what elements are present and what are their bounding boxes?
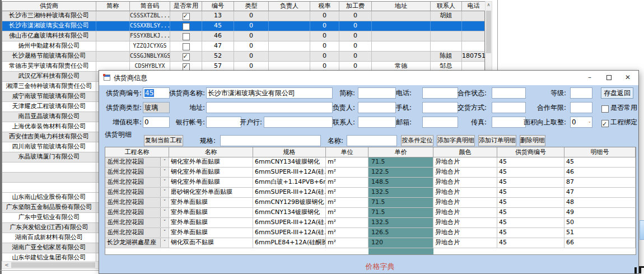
scroll-left-icon[interactable]: < [3,262,11,268]
project-combobox[interactable]: 岳州北控花园˅ [105,188,169,198]
column-header[interactable]: 简称 [96,2,130,11]
grid-cell[interactable]: 45 [497,178,564,188]
column-header[interactable]: 加工费 [339,2,372,11]
chevron-down-icon[interactable]: ˅ [160,198,169,207]
grid-cell[interactable]: m² [326,208,368,218]
grid-column-header[interactable]: 单价 [368,147,433,157]
grid-cell[interactable]: 异地合片 [433,208,497,218]
grid-cell[interactable]: 异地合片 [433,228,497,238]
grid-cell[interactable]: 异地合片 [433,238,497,248]
grid-cell[interactable]: 66 [564,238,636,248]
grid-cell[interactable]: 45 [564,157,636,168]
grid-cell[interactable]: 50 [564,218,636,228]
grid-cell[interactable]: 6mm白玻+1.14PVB+6mm... [253,178,326,188]
project-combobox[interactable]: 岳州北控花园˅ [105,178,169,188]
delivery-input[interactable] [492,102,526,113]
scrollbar-thumb[interactable] [486,11,491,53]
grid-cell[interactable]: 45 [497,238,564,248]
scrollbar-thumb[interactable] [11,262,95,268]
grid-cell[interactable]: m² [326,228,368,238]
minimize-button[interactable]: – [580,71,599,85]
checkbox-checked-icon[interactable] [183,53,190,61]
grid-cell[interactable]: 室外单面贴膜 [169,218,253,228]
project-bind-checkbox[interactable]: 工程绑定 [601,117,637,128]
grid-cell[interactable]: m² [326,238,368,248]
coop-status-input[interactable] [492,87,526,99]
grid-cell[interactable]: 6mmSUPER-III+12A(硅... [253,218,326,228]
grid-row[interactable]: 岳州北控花园˅室外单面贴膜6mmSUPER-III+12A(硅...m²132.… [105,218,636,228]
grid-cell[interactable]: 6mmSUPER-III+12A(硅... [253,228,326,238]
grid-cell[interactable]: 钢化室外单面贴膜 [169,178,253,188]
grid-cell[interactable]: 49 [564,208,636,218]
column-header[interactable]: 简音码 [130,2,170,11]
grid-column-header[interactable]: 名称 [169,147,253,157]
grid-cell[interactable]: 45 [497,198,564,208]
project-combobox[interactable]: 岳州北控花园˅ [105,198,169,208]
grid-cell[interactable]: 126.5 [368,228,433,238]
checkbox-icon[interactable] [183,33,190,40]
is-common-checkbox[interactable]: 是否常用 [601,102,637,113]
checkbox-checked-icon[interactable] [183,13,190,20]
chevron-down-icon[interactable]: ˅ [160,168,169,177]
grid-cell[interactable]: 45 [497,188,564,198]
checkbox-checked-icon[interactable] [601,120,609,127]
grid-cell[interactable]: 45 [497,228,564,238]
locate-by-condition-button[interactable]: 按条件定位 [401,135,433,146]
grid-cell[interactable]: 132.5 [368,188,433,198]
project-combobox[interactable]: 岳州北控花园˅ [105,228,169,238]
table-row[interactable]: 长沙市三湘特种玻璃有限公司CSSSXTZBL...13000胡姐 [2,11,484,21]
grid-cell[interactable]: 87 [564,178,636,188]
grid-cell[interactable]: m² [326,198,368,208]
grid-cell[interactable]: 钢化室外单面贴膜 [169,157,253,168]
chevron-down-icon[interactable]: ˅ [589,119,591,128]
grid-cell[interactable]: 钢化双面不贴膜 [169,238,253,248]
grid-cell[interactable]: 46 [564,168,636,178]
grid-cell[interactable]: m² [326,218,368,228]
grid-row[interactable]: 长沙龙湖祺鑫星座˅钢化双面不贴膜6mmPLE84+12A(硅酮胶...m²120… [105,238,636,248]
close-button[interactable]: ✕ [618,71,637,85]
checkbox-icon[interactable] [183,23,190,30]
grid-cell[interactable]: 148.5 [368,178,433,188]
dialog-titlebar[interactable]: 供货商信息 – ✕ [99,71,638,85]
grid-cell[interactable]: 异地合片 [433,178,497,188]
chevron-down-icon[interactable]: ˅ [160,157,169,166]
chevron-down-icon[interactable]: ˅ [160,218,169,227]
grid-column-header[interactable]: 明细号 [564,147,636,157]
grid-cell[interactable]: 6mmCNY134镀膜钢化 [253,157,326,168]
address-input[interactable] [206,102,333,113]
grid-cell[interactable]: 室外单面贴膜 [169,198,253,208]
grid-cell[interactable]: 室外单面贴膜 [169,228,253,238]
grid-cell[interactable]: 磨砂钢化室外单面贴膜 [169,188,253,198]
grid-cell[interactable]: 47 [564,188,636,198]
supplier-name-input[interactable]: 长沙市潇湘玻璃实业有限公司 [206,87,333,99]
table-row[interactable]: 长沙市潇湘玻璃实业有限公司CSSXXBLSY...45000 [2,21,484,31]
column-header[interactable]: 联系人 [431,2,462,11]
column-header[interactable]: 地址 [372,2,431,11]
grid-cell[interactable]: m² [326,157,368,168]
chevron-down-icon[interactable]: ˅ [160,208,169,217]
grid-cell[interactable]: 6mmCNY129B镀膜钢化 [253,198,326,208]
project-combobox[interactable]: 岳州北控花园˅ [105,218,169,228]
grid-cell[interactable]: 45 [497,157,564,168]
project-combobox[interactable]: 岳州北控花园˅ [105,157,169,168]
area-round-combobox[interactable]: 0˅ [570,117,592,128]
grid-cell[interactable]: 异地合片 [433,198,497,208]
grid-cell[interactable]: 异地合片 [433,157,497,168]
grid-cell[interactable]: 71.5 [368,208,433,218]
grid-cell[interactable]: 45 [497,208,564,218]
grid-cell[interactable]: 异地合片 [433,188,497,198]
grid-cell[interactable]: 异地合片 [433,218,497,228]
project-combobox[interactable]: 岳州北控花园˅ [105,168,169,178]
grid-cell[interactable]: 71.5 [368,198,433,208]
column-header[interactable]: 是否常用 [170,2,202,11]
copy-current-project-button[interactable]: 复制当前工程 [144,135,183,146]
chevron-down-icon[interactable]: ˅ [160,188,169,197]
grid-cell[interactable]: m² [326,168,368,178]
column-header[interactable]: 税率 [310,2,339,11]
grid-cell[interactable]: m² [326,188,368,198]
column-header[interactable]: 类型 [234,2,269,11]
grid-cell[interactable]: m² [326,178,368,188]
checkbox-icon[interactable] [601,105,609,113]
grid-cell[interactable]: 122.5 [368,168,433,178]
name-filter-input[interactable] [347,135,397,146]
